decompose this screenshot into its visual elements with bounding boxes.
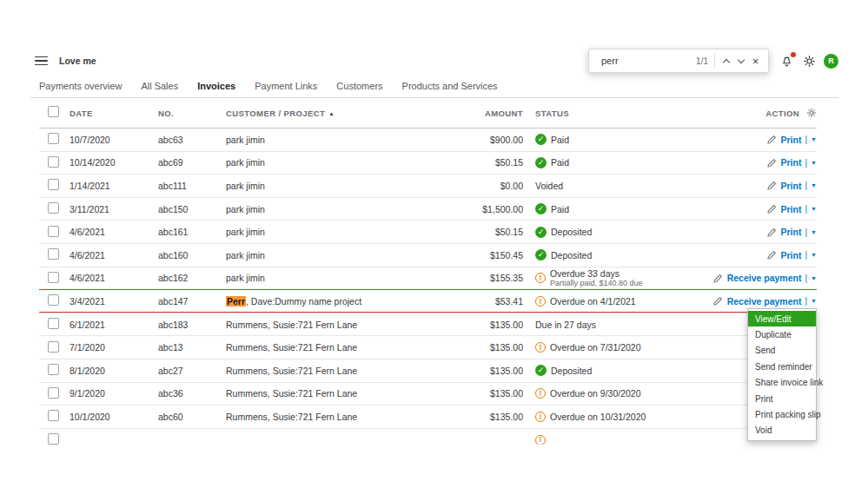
- receive-payment-link[interactable]: Receive payment: [727, 273, 802, 283]
- edit-pencil-icon[interactable]: [767, 181, 777, 190]
- status-text: Deposited: [551, 366, 592, 376]
- status-subtext: Partially paid, $140.80 due: [550, 279, 643, 287]
- print-link[interactable]: Print: [781, 181, 802, 191]
- menu-item-send[interactable]: Send: [748, 343, 816, 359]
- find-close-button[interactable]: ×: [748, 52, 763, 69]
- row-checkbox[interactable]: [48, 156, 59, 168]
- find-next-button[interactable]: [733, 52, 748, 69]
- table-row[interactable]: 10/14/2020abc69park jimin$50.15✓PaidPrin…: [39, 152, 817, 175]
- menu-item-void[interactable]: Void: [748, 423, 816, 439]
- edit-pencil-icon[interactable]: [767, 135, 777, 144]
- menu-item-print-packing-slip[interactable]: Print packing slip: [748, 406, 816, 422]
- row-checkbox[interactable]: [48, 179, 59, 190]
- table-row[interactable]: 10/1/2020abc60Rummens, Susie:721 Fern La…: [39, 406, 817, 429]
- row-checkbox[interactable]: [48, 387, 59, 399]
- invoice-date: 10/7/2020: [70, 135, 158, 145]
- edit-pencil-icon[interactable]: [713, 274, 723, 283]
- table-row[interactable]: 10/7/2020abc63park jimin$900.00✓PaidPrin…: [39, 129, 817, 152]
- row-checkbox[interactable]: [48, 433, 59, 445]
- table-row[interactable]: 4/6/2021abc162park jimin$155.35!Overdue …: [39, 267, 817, 291]
- menu-item-view-edit[interactable]: View/Edit: [748, 311, 816, 326]
- tab-payments-overview[interactable]: Payments overview: [39, 81, 122, 91]
- print-link[interactable]: Print: [781, 227, 802, 237]
- print-link[interactable]: Print: [781, 250, 802, 260]
- table-row[interactable]: 3/4/2021abc147Perr, Dave:Dummy name proj…: [39, 290, 817, 313]
- print-link[interactable]: Print: [781, 135, 802, 145]
- receive-payment-link[interactable]: Receive payment: [727, 296, 802, 307]
- action-dropdown-caret[interactable]: ▼: [811, 229, 817, 235]
- action-dropdown-caret[interactable]: ▼: [811, 252, 817, 258]
- invoice-date: 4/6/2021: [70, 273, 158, 283]
- find-input[interactable]: [600, 55, 694, 67]
- tab-products-and-services[interactable]: Products and Services: [402, 81, 498, 91]
- edit-pencil-icon[interactable]: [767, 250, 777, 260]
- row-checkbox[interactable]: [48, 364, 59, 375]
- select-all-checkbox[interactable]: [48, 106, 59, 117]
- find-previous-button[interactable]: [719, 52, 733, 69]
- table-row[interactable]: 9/1/2020abc36Rummens, Susie:721 Fern Lan…: [39, 383, 817, 406]
- table-row[interactable]: 1/14/2021abc111park jimin$0.00VoidedPrin…: [39, 175, 817, 198]
- status-text: Deposited: [551, 227, 592, 237]
- print-link[interactable]: Print: [781, 157, 802, 168]
- invoice-amount: $53.41: [423, 296, 523, 307]
- column-header-amount[interactable]: AMOUNT: [423, 109, 523, 118]
- paid-check-icon: ✓: [535, 227, 547, 238]
- overdue-warning-icon: !: [535, 342, 546, 353]
- row-checkbox[interactable]: [48, 294, 59, 306]
- avatar[interactable]: R: [824, 54, 838, 69]
- row-checkbox[interactable]: [48, 226, 59, 237]
- row-checkbox[interactable]: [48, 341, 59, 353]
- status-main: Overdue 33 days: [550, 268, 643, 279]
- topbar-right: 1/1 × R: [588, 48, 838, 74]
- column-header-customer[interactable]: CUSTOMER / PROJECT ▲: [226, 109, 423, 118]
- column-header-customer-label: CUSTOMER / PROJECT: [226, 109, 325, 118]
- invoice-rows: 10/7/2020abc63park jimin$900.00✓PaidPrin…: [39, 129, 817, 445]
- row-checkbox[interactable]: [48, 272, 59, 283]
- invoice-actions: Print|▼: [712, 204, 817, 214]
- column-header-status[interactable]: STATUS: [523, 109, 712, 118]
- settings-gear-icon[interactable]: [799, 50, 819, 71]
- tab-all-sales[interactable]: All Sales: [141, 81, 178, 91]
- menu-item-send-reminder[interactable]: Send reminder: [748, 359, 816, 374]
- invoice-customer: Rummens, Susie:721 Fern Lane: [226, 412, 423, 422]
- row-checkbox[interactable]: [48, 318, 59, 329]
- print-link[interactable]: Print: [781, 204, 802, 214]
- invoice-customer: Rummens, Susie:721 Fern Lane: [226, 366, 423, 376]
- invoice-customer: park jimin: [226, 273, 423, 283]
- invoice-status: ✓Paid: [523, 203, 712, 214]
- row-checkbox[interactable]: [48, 248, 59, 260]
- action-dropdown-caret[interactable]: ▼: [811, 136, 817, 142]
- invoice-date: 1/14/2021: [70, 181, 158, 191]
- row-checkbox[interactable]: [48, 410, 59, 421]
- tab-customers[interactable]: Customers: [336, 81, 382, 91]
- table-row[interactable]: 8/1/2020abc27Rummens, Susie:721 Fern Lan…: [39, 359, 817, 383]
- row-checkbox[interactable]: [48, 133, 59, 144]
- action-dropdown-caret[interactable]: ▼: [811, 206, 817, 212]
- menu-item-print[interactable]: Print: [748, 391, 816, 406]
- menu-item-share-invoice-link[interactable]: Share invoice link: [748, 375, 816, 391]
- edit-pencil-icon[interactable]: [713, 296, 723, 306]
- action-dropdown-caret[interactable]: ▼: [811, 298, 817, 304]
- table-row[interactable]: 6/1/2021abc183Rummens, Susie:721 Fern La…: [39, 313, 817, 337]
- table-row[interactable]: 7/1/2020abc13Rummens, Susie:721 Fern Lan…: [39, 336, 817, 359]
- action-dropdown-caret[interactable]: ▼: [811, 160, 817, 166]
- table-row[interactable]: 4/6/2021abc161park jimin$50.15✓Deposited…: [39, 221, 817, 244]
- tab-invoices[interactable]: Invoices: [197, 81, 235, 91]
- notifications-bell-icon[interactable]: [777, 50, 797, 71]
- edit-pencil-icon[interactable]: [767, 158, 777, 168]
- tab-payment-links[interactable]: Payment Links: [255, 81, 317, 91]
- action-dropdown-caret[interactable]: ▼: [811, 182, 817, 188]
- column-header-no[interactable]: NO.: [158, 109, 226, 118]
- table-settings-gear-icon[interactable]: [806, 108, 817, 118]
- edit-pencil-icon[interactable]: [767, 204, 777, 214]
- action-dropdown-caret[interactable]: ▼: [811, 275, 817, 281]
- invoice-number: abc69: [158, 157, 226, 168]
- table-row[interactable]: !: [39, 429, 817, 445]
- edit-pencil-icon[interactable]: [767, 228, 777, 237]
- row-checkbox[interactable]: [48, 202, 59, 214]
- column-header-date[interactable]: DATE: [70, 109, 158, 118]
- menu-item-duplicate[interactable]: Duplicate: [748, 326, 816, 342]
- table-row[interactable]: 3/11/2021abc150park jimin$1,500.00✓PaidP…: [39, 198, 817, 221]
- table-row[interactable]: 4/6/2021abc160park jimin$150.45✓Deposite…: [39, 244, 817, 267]
- hamburger-menu-icon[interactable]: [35, 56, 48, 66]
